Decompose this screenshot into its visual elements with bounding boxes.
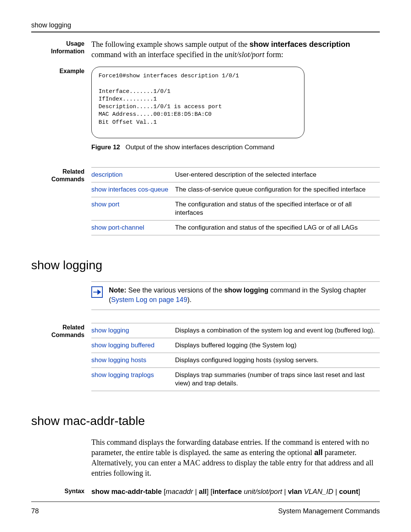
usage-text2: command with an interface specified in t… [91, 50, 225, 59]
table-row: show port-channel The configuration and … [91, 220, 380, 235]
usage-cmd: show interfaces description [249, 40, 350, 48]
all-keyword: all [314, 448, 323, 457]
table-row: show logging buffered Displays buffered … [91, 338, 380, 353]
usage-text1: The following example shows sample outpu… [91, 40, 249, 48]
related-commands-block-1: Related Commands description User-entere… [31, 167, 380, 235]
chapter-name: System Management Commands [278, 507, 380, 515]
note-text1: See the various versions of the [126, 286, 224, 294]
syntax-cmd: show mac-addr-table [91, 487, 162, 495]
running-head: show logging [31, 21, 380, 29]
usage-information-block: Usage Information The following example … [31, 39, 380, 60]
table-row: show interfaces cos-queue The class-of-s… [91, 182, 380, 197]
link-show-logging[interactable]: show logging [91, 327, 129, 334]
link-show-interfaces-cos-queue[interactable]: show interfaces cos-queue [91, 186, 168, 193]
section-title-show-mac-addr-table: show mac-addr-table [31, 414, 380, 428]
mac-body: This command displays the forwarding dat… [91, 437, 380, 478]
table-row: show logging traplogs Displays trap summ… [91, 368, 380, 391]
related-label-1: Related Commands [31, 167, 84, 235]
link-show-port[interactable]: show port [91, 201, 119, 208]
cell-desc: Displays a combination of the system log… [175, 323, 380, 338]
syntax-label: Syntax [31, 487, 84, 497]
note-label: Note: [109, 286, 126, 294]
usage-label: Usage Information [31, 39, 84, 60]
table-row: show port The configuration and status o… [91, 197, 380, 220]
top-rule [31, 32, 380, 32]
related-label-2: Related Commands [31, 323, 84, 391]
related-commands-block-2: Related Commands show logging Displays a… [31, 323, 380, 391]
example-content: Force10#show interfaces description 1/0/… [91, 67, 380, 151]
figure-label: Figure 12 [91, 144, 120, 151]
table-row: description User-entered description of … [91, 167, 380, 182]
link-description[interactable]: description [91, 171, 123, 178]
link-show-logging-buffered[interactable]: show logging buffered [91, 342, 155, 349]
figure-caption: Figure 12 Output of the show interfaces … [91, 144, 380, 151]
link-system-log[interactable]: System Log on page 149 [111, 296, 187, 304]
example-label: Example [31, 67, 84, 151]
syntax-block: Syntax show mac-addr-table [macaddr | al… [31, 487, 380, 497]
related-table-2: show logging Displays a combination of t… [91, 323, 380, 391]
cell-desc: The configuration and status of the spec… [175, 220, 380, 235]
cell-desc: User-entered description of the selected… [175, 167, 380, 182]
code-box: Force10#show interfaces description 1/0/… [91, 67, 304, 138]
footer: 78 System Management Commands [31, 502, 380, 515]
cell-desc: Displays configured logging hosts (syslo… [175, 353, 380, 368]
section-title-show-logging: show logging [31, 258, 380, 272]
link-show-logging-hosts[interactable]: show logging hosts [91, 356, 147, 364]
note-text: Note: See the various versions of the sh… [109, 286, 380, 304]
page-number: 78 [31, 507, 39, 515]
bottom-rule [31, 502, 380, 502]
usage-param: unit/slot/port [225, 50, 264, 59]
cell-desc: The configuration and status of the spec… [175, 197, 380, 220]
table-row: show logging hosts Displays configured l… [91, 353, 380, 368]
note-cmd: show logging [224, 286, 268, 294]
cell-desc: Displays trap summaries (number of traps… [175, 368, 380, 391]
cell-desc: Displays buffered logging (the System lo… [175, 338, 380, 353]
link-show-logging-traplogs[interactable]: show logging traplogs [91, 371, 154, 379]
arrow-icon [91, 286, 103, 298]
cell-desc: The class-of-service queue configuration… [175, 182, 380, 197]
note-box: Note: See the various versions of the sh… [91, 281, 380, 310]
link-show-port-channel[interactable]: show port-channel [91, 224, 144, 231]
example-block: Example Force10#show interfaces descript… [31, 67, 380, 151]
syntax-text: show mac-addr-table [macaddr | all] [int… [91, 487, 380, 497]
note-text3: ). [187, 296, 191, 304]
table-row: show logging Displays a combination of t… [91, 323, 380, 338]
usage-body: The following example shows sample outpu… [91, 39, 380, 60]
usage-text3: form: [264, 50, 283, 59]
mac-body-block: This command displays the forwarding dat… [31, 437, 380, 478]
figure-text: Output of the show interfaces descriptio… [126, 144, 274, 151]
related-table-1: description User-entered description of … [91, 167, 380, 235]
